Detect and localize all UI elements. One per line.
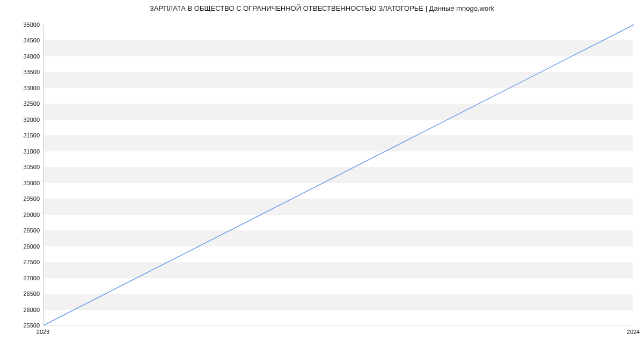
y-tick-label: 31000 — [2, 148, 40, 155]
chart-title: ЗАРПЛАТА В ОБЩЕСТВО С ОГРАНИЧЕННОЙ ОТВЕС… — [0, 4, 644, 12]
y-tick-label: 29000 — [2, 212, 40, 218]
y-tick-label: 28500 — [2, 227, 40, 234]
y-tick-label: 26500 — [2, 290, 40, 297]
y-tick-label: 34000 — [2, 53, 40, 60]
y-tick-label: 31500 — [2, 132, 40, 139]
x-tick-label: 2024 — [627, 329, 640, 335]
x-tick-label: 2023 — [36, 329, 49, 335]
line-series — [43, 25, 634, 325]
y-tick-label: 29500 — [2, 195, 40, 202]
y-tick-label: 32000 — [2, 117, 40, 123]
y-tick-label: 30000 — [2, 180, 40, 186]
y-tick-label: 33500 — [2, 69, 40, 75]
chart-container: ЗАРПЛАТА В ОБЩЕСТВО С ОГРАНИЧЕННОЙ ОТВЕС… — [0, 0, 644, 349]
y-tick-label: 25500 — [2, 322, 40, 329]
y-tick-label: 28000 — [2, 243, 40, 250]
y-tick-label: 26000 — [2, 307, 40, 313]
plot-area — [43, 25, 633, 325]
y-tick-label: 32500 — [2, 100, 40, 107]
y-tick-label: 35000 — [2, 21, 40, 28]
y-tick-label: 34500 — [2, 37, 40, 43]
y-tick-label: 33000 — [2, 85, 40, 91]
y-tick-label: 27500 — [2, 259, 40, 265]
y-tick-label: 30500 — [2, 164, 40, 170]
y-tick-label: 27000 — [2, 275, 40, 281]
